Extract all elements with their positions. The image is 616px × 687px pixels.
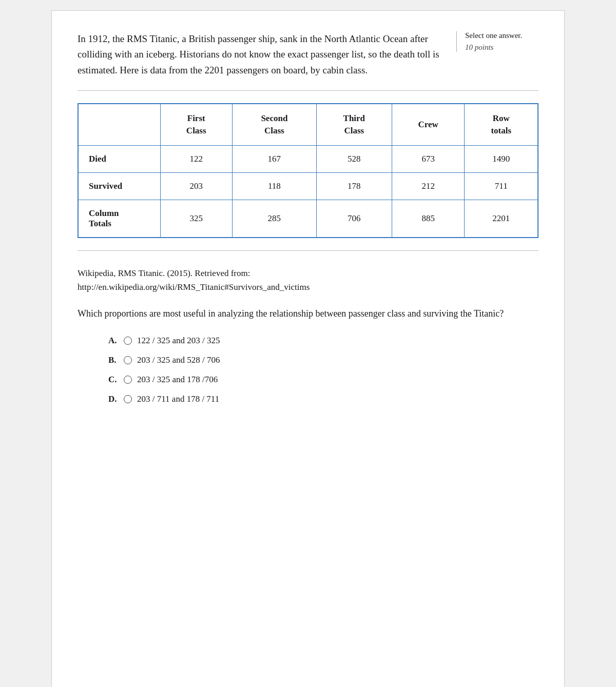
survived-row-total: 711 bbox=[465, 172, 538, 200]
answer-letter-b: B. bbox=[108, 355, 124, 365]
col-header-row-totals: Row totals bbox=[465, 104, 538, 145]
col-header-second-class: Second Class bbox=[232, 104, 316, 145]
table-header-row: First Class Second Class Third Class Cre… bbox=[78, 104, 538, 145]
answer-options: A. 122 / 325 and 203 / 325 B. 203 / 325 … bbox=[108, 336, 538, 404]
header-section: In 1912, the RMS Titanic, a British pass… bbox=[78, 31, 538, 78]
intro-text: In 1912, the RMS Titanic, a British pass… bbox=[78, 31, 446, 78]
radio-a[interactable] bbox=[124, 337, 132, 345]
survived-first-class: 203 bbox=[160, 172, 232, 200]
row-label-died: Died bbox=[78, 145, 160, 172]
total-third-class: 706 bbox=[316, 200, 392, 238]
died-first-class: 122 bbox=[160, 145, 232, 172]
answer-option-b: B. 203 / 325 and 528 / 706 bbox=[108, 355, 538, 365]
table-row-column-totals: Column Totals 325 285 706 885 2201 bbox=[78, 200, 538, 238]
answer-text-c: 203 / 325 and 178 /706 bbox=[137, 375, 218, 385]
answer-option-c: C. 203 / 325 and 178 /706 bbox=[108, 375, 538, 385]
top-divider bbox=[78, 90, 538, 91]
survived-second-class: 118 bbox=[232, 172, 316, 200]
right-info: Select one answer. 10 points bbox=[456, 31, 538, 52]
table-wrapper: First Class Second Class Third Class Cre… bbox=[78, 103, 538, 238]
points-label: 10 points bbox=[465, 43, 538, 52]
radio-b[interactable] bbox=[124, 356, 132, 364]
citation-section: Wikipedia, RMS Titanic. (2015). Retrieve… bbox=[78, 266, 538, 294]
answer-letter-d: D. bbox=[108, 394, 124, 404]
answer-option-d: D. 203 / 711 and 178 / 711 bbox=[108, 394, 538, 404]
col-header-first-class: First Class bbox=[160, 104, 232, 145]
survived-crew: 212 bbox=[392, 172, 465, 200]
total-row-total: 2201 bbox=[465, 200, 538, 238]
row-label-column-totals: Column Totals bbox=[78, 200, 160, 238]
answer-letter-c: C. bbox=[108, 375, 124, 385]
col-header-third-class: Third Class bbox=[316, 104, 392, 145]
row-label-survived: Survived bbox=[78, 172, 160, 200]
radio-d[interactable] bbox=[124, 395, 132, 403]
answer-text-b: 203 / 325 and 528 / 706 bbox=[137, 355, 220, 365]
table-row-died: Died 122 167 528 673 1490 bbox=[78, 145, 538, 172]
page-container: In 1912, the RMS Titanic, a British pass… bbox=[51, 10, 565, 687]
died-third-class: 528 bbox=[316, 145, 392, 172]
answer-option-a: A. 122 / 325 and 203 / 325 bbox=[108, 336, 538, 346]
citation-text: Wikipedia, RMS Titanic. (2015). Retrieve… bbox=[78, 268, 310, 292]
answer-text-a: 122 / 325 and 203 / 325 bbox=[137, 336, 220, 346]
total-first-class: 325 bbox=[160, 200, 232, 238]
total-crew: 885 bbox=[392, 200, 465, 238]
died-row-total: 1490 bbox=[465, 145, 538, 172]
died-crew: 673 bbox=[392, 145, 465, 172]
table-row-survived: Survived 203 118 178 212 711 bbox=[78, 172, 538, 200]
col-header-empty bbox=[78, 104, 160, 145]
question-text: Which proportions are most useful in ana… bbox=[78, 306, 538, 321]
bottom-divider bbox=[78, 250, 538, 251]
data-table: First Class Second Class Third Class Cre… bbox=[78, 103, 538, 238]
answer-letter-a: A. bbox=[108, 336, 124, 346]
radio-c[interactable] bbox=[124, 376, 132, 384]
select-one-label: Select one answer. bbox=[465, 31, 538, 40]
answer-text-d: 203 / 711 and 178 / 711 bbox=[137, 394, 219, 404]
col-header-crew: Crew bbox=[392, 104, 465, 145]
survived-third-class: 178 bbox=[316, 172, 392, 200]
died-second-class: 167 bbox=[232, 145, 316, 172]
total-second-class: 285 bbox=[232, 200, 316, 238]
